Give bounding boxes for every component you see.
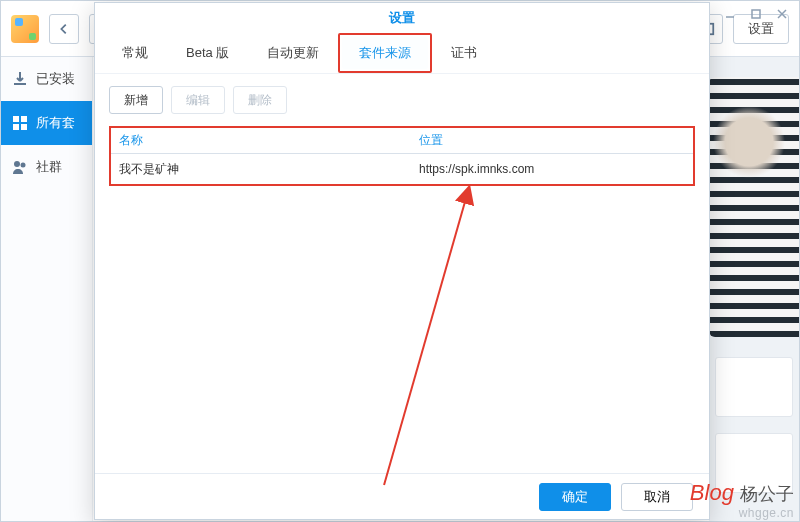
window-controls bbox=[719, 5, 793, 23]
people-icon bbox=[11, 158, 29, 176]
tab-beta[interactable]: Beta 版 bbox=[169, 37, 246, 69]
dialog-footer: 确定 取消 bbox=[95, 473, 709, 519]
column-location-header[interactable]: 位置 bbox=[411, 132, 693, 149]
grid-icon bbox=[11, 114, 29, 132]
sidebar: 已安装 所有套 社群 bbox=[1, 57, 93, 521]
sidebar-item-label: 所有套 bbox=[36, 114, 75, 132]
maximize-button[interactable] bbox=[745, 5, 767, 23]
download-icon bbox=[11, 70, 29, 88]
sources-table: 名称 位置 我不是矿神 https://spk.imnks.com bbox=[109, 126, 695, 186]
preview-image bbox=[709, 77, 799, 337]
close-button[interactable] bbox=[771, 5, 793, 23]
cancel-button[interactable]: 取消 bbox=[621, 483, 693, 511]
table-row[interactable]: 我不是矿神 https://spk.imnks.com bbox=[111, 154, 693, 184]
right-preview-pane bbox=[709, 57, 799, 521]
ok-button[interactable]: 确定 bbox=[539, 483, 611, 511]
annotation-highlight: 套件来源 bbox=[338, 33, 432, 73]
sidebar-item-installed[interactable]: 已安装 bbox=[1, 57, 92, 101]
table-header: 名称 位置 bbox=[111, 128, 693, 154]
package-center-icon bbox=[11, 15, 39, 43]
sidebar-item-community[interactable]: 社群 bbox=[1, 145, 92, 189]
preview-card bbox=[715, 357, 793, 417]
tab-bar: 常规 Beta 版 自动更新 套件来源 证书 bbox=[95, 33, 709, 73]
settings-dialog: 设置 常规 Beta 版 自动更新 套件来源 证书 新增 编辑 删除 名称 位置… bbox=[94, 2, 710, 520]
svg-point-6 bbox=[14, 161, 20, 167]
minimize-button[interactable] bbox=[719, 5, 741, 23]
dialog-title: 设置 bbox=[95, 3, 709, 33]
delete-button[interactable]: 删除 bbox=[233, 86, 287, 114]
cell-location: https://spk.imnks.com bbox=[411, 162, 693, 176]
tab-cert[interactable]: 证书 bbox=[434, 37, 494, 69]
svg-rect-4 bbox=[13, 124, 19, 130]
edit-button[interactable]: 编辑 bbox=[171, 86, 225, 114]
tab-auto-update[interactable]: 自动更新 bbox=[250, 37, 336, 69]
sidebar-item-label: 社群 bbox=[36, 158, 62, 176]
add-button[interactable]: 新增 bbox=[109, 86, 163, 114]
sources-toolbar: 新增 编辑 删除 bbox=[95, 73, 709, 126]
svg-point-7 bbox=[21, 163, 26, 168]
cell-name: 我不是矿神 bbox=[111, 161, 411, 178]
svg-rect-5 bbox=[21, 124, 27, 130]
tab-sources[interactable]: 套件来源 bbox=[342, 37, 428, 69]
svg-rect-0 bbox=[752, 10, 760, 18]
dialog-body-space bbox=[95, 186, 709, 473]
sidebar-item-label: 已安装 bbox=[36, 70, 75, 88]
svg-line-8 bbox=[384, 192, 468, 485]
sidebar-item-all[interactable]: 所有套 bbox=[1, 101, 92, 145]
preview-card bbox=[715, 433, 793, 493]
annotation-arrow bbox=[95, 186, 709, 515]
svg-rect-2 bbox=[13, 116, 19, 122]
nav-back-button[interactable] bbox=[49, 14, 79, 44]
svg-rect-3 bbox=[21, 116, 27, 122]
tab-general[interactable]: 常规 bbox=[105, 37, 165, 69]
column-name-header[interactable]: 名称 bbox=[111, 132, 411, 149]
